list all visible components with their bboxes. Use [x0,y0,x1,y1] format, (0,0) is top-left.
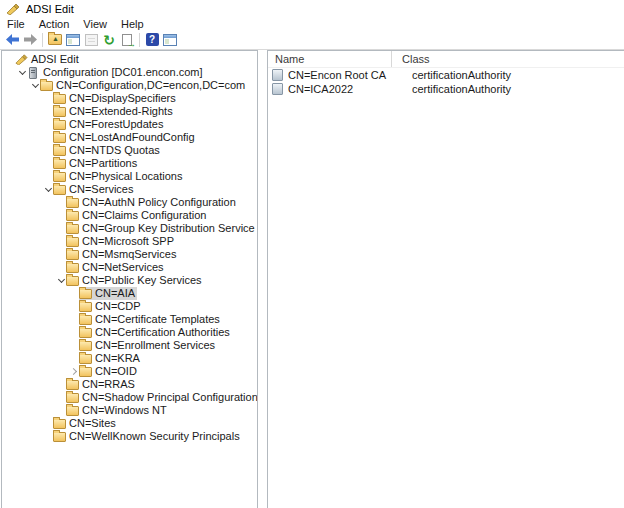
tree-item-cn-displayspecifiers[interactable]: CN=DisplaySpecifiers [2,92,257,105]
refresh-button[interactable]: ↻ [100,31,118,48]
menu-help[interactable]: Help [114,18,151,30]
chevron-slot [69,326,79,339]
tree-item-cn-aia[interactable]: CN=AIA [2,287,257,300]
chevron-expanded-icon[interactable] [30,79,40,92]
tree-item-cn-netservices[interactable]: CN=NetServices [2,261,257,274]
chevron-collapsed-icon[interactable] [69,365,79,378]
properties-icon [85,34,98,46]
tree-item-label: CN=ForestUpdates [69,118,163,131]
menu-file[interactable]: File [0,18,32,30]
folder-icon [53,107,66,117]
tree-item-cn-partitions[interactable]: CN=Partitions [2,157,257,170]
tree-item-cn-windows-nt[interactable]: CN=Windows NT [2,404,257,417]
tree-item-cn-services[interactable]: CN=Services [2,183,257,196]
folder-icon [40,81,53,91]
tree-item-cn-extended-rights[interactable]: CN=Extended-Rights [2,105,257,118]
tree-item-cn-certification-authorities[interactable]: CN=Certification Authorities [2,326,257,339]
column-header-label: Name [275,53,304,65]
menu-bar: File Action View Help [0,17,624,30]
chevron-expanded-icon[interactable] [56,274,66,287]
chevron-slot [69,352,79,365]
result-pane[interactable]: Name Class CN=Encon Root CA certificatio… [267,50,624,508]
folder-icon [66,406,79,416]
chevron-slot [69,313,79,326]
tree-item-label: CN=MsmqServices [82,248,176,261]
tree-item-cn-authn-policy-configuration[interactable]: CN=AuthN Policy Configuration [2,196,257,209]
chevron-slot [43,92,53,105]
tree-item-cn-kra[interactable]: CN=KRA [2,352,257,365]
tree-item-cn-sites[interactable]: CN=Sites [2,417,257,430]
tree-item-label: CN=LostAndFoundConfig [69,131,195,144]
folder-icon [53,432,66,442]
tree-item-cn-rras[interactable]: CN=RRAS [2,378,257,391]
tree-item-cn-public-key-services[interactable]: CN=Public Key Services [2,274,257,287]
tree-item-label: CN=Services [69,183,134,196]
help-icon: ? [146,33,159,46]
tree-item-label: CN=NetServices [82,261,164,274]
list-item-encon-root-ca[interactable]: CN=Encon Root CA certificationAuthority [268,68,624,82]
back-button[interactable] [3,31,21,48]
chevron-slot [56,235,66,248]
folder-icon [53,94,66,104]
tree-item-cn-claims-configuration[interactable]: CN=Claims Configuration [2,209,257,222]
help-button[interactable]: ? [143,31,161,48]
folder-icon [79,302,92,312]
column-header-class[interactable]: Class [392,51,624,67]
show-console-tree-button[interactable] [64,31,82,48]
tree-item-cn-cdp[interactable]: CN=CDP [2,300,257,313]
tree-item-cn-microsoft-spp[interactable]: CN=Microsoft SPP [2,235,257,248]
tree-item-label: CN=Physical Locations [69,170,182,183]
list-item-class: certificationAuthority [401,83,624,95]
tree-item-cn-enrollment-services[interactable]: CN=Enrollment Services [2,339,257,352]
adsi-edit-icon [14,52,28,67]
chevron-expanded-icon[interactable] [17,66,27,79]
chevron-slot [69,339,79,352]
folder-icon [53,120,66,130]
tree-item-cn-msmqservices[interactable]: CN=MsmqServices [2,248,257,261]
tree-item-configuration-server[interactable]: Configuration [DC01.encon.com] [2,66,257,79]
folder-icon [79,328,92,338]
tree-item-label: CN=Microsoft SPP [82,235,174,248]
tree-item-cn-physical-locations[interactable]: CN=Physical Locations [2,170,257,183]
export-list-button[interactable] [118,31,136,48]
list-item-ica2022[interactable]: CN=ICA2022 certificationAuthority [268,82,624,96]
chevron-slot [56,248,66,261]
tree-item-cn-forestupdates[interactable]: CN=ForestUpdates [2,118,257,131]
tree-item-label: CN=Claims Configuration [82,209,206,222]
tree-item-adsi-edit-root[interactable]: ADSI Edit [2,53,257,66]
tree-item-cn-wellknown-security-principals[interactable]: CN=WellKnown Security Principals [2,430,257,443]
tree-item-cn-ntds-quotas[interactable]: CN=NTDS Quotas [2,144,257,157]
tree-item-cn-certificate-templates[interactable]: CN=Certificate Templates [2,313,257,326]
forward-button[interactable] [21,31,39,48]
menu-view[interactable]: View [76,18,114,30]
arrow-right-icon [24,34,37,45]
tree-item-cn-configuration[interactable]: CN=Configuration,DC=encon,DC=com [2,79,257,92]
chevron-expanded-icon[interactable] [43,183,53,196]
title-bar: ADSI Edit [0,0,624,17]
chevron-slot [56,391,66,404]
tree-item-label: CN=OID [95,365,137,378]
chevron-slot [43,157,53,170]
tree-item-cn-oid[interactable]: CN=OID [2,365,257,378]
folder-up-icon [48,34,62,45]
menu-action[interactable]: Action [32,18,77,30]
chevron-slot [43,170,53,183]
console-window-icon [163,34,177,46]
list-item-name: CN=Encon Root CA [288,69,401,81]
refresh-icon: ↻ [103,33,115,47]
folder-icon [66,237,79,247]
folder-icon [79,341,92,351]
tree-item-cn-lostandfoundconfig[interactable]: CN=LostAndFoundConfig [2,131,257,144]
export-list-icon [122,34,132,46]
tree-item-cn-group-key-distribution-service[interactable]: CN=Group Key Distribution Service [2,222,257,235]
column-header-name[interactable]: Name [268,51,392,67]
tree-item-label: CN=Extended-Rights [69,105,173,118]
tree-item-cn-shadow-principal-configuration[interactable]: CN=Shadow Principal Configuration [2,391,257,404]
folder-icon [66,198,79,208]
folder-icon [66,211,79,221]
server-icon [29,67,37,79]
console-window-icon [66,34,80,46]
show-action-pane-button[interactable] [161,31,179,48]
up-one-level-button[interactable] [46,31,64,48]
console-tree-pane[interactable]: ADSI Edit Configuration [DC01.encon.com]… [1,50,258,508]
